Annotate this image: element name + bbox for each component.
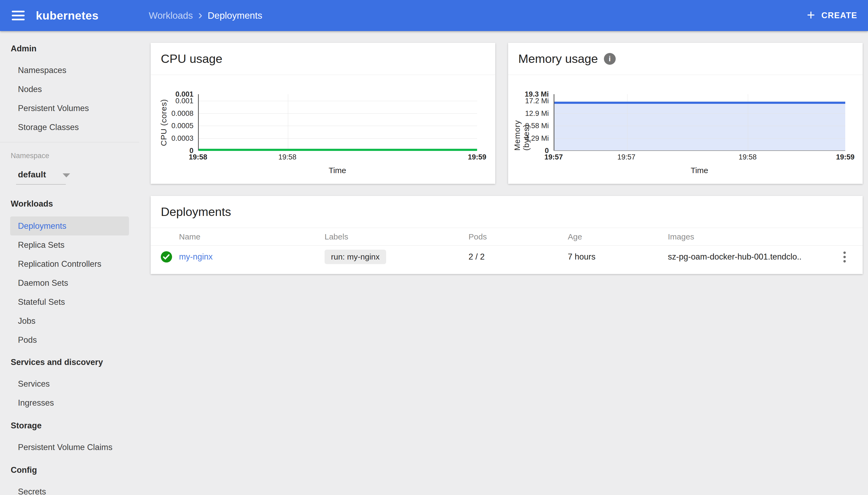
memory-x-tick: 19:59 [836,153,854,161]
caret-down-icon [63,173,70,177]
cpu-series-line [199,149,477,151]
cpu-x-axis-title: Time [328,166,346,175]
memory-usage-card: Memory usage i Memory (bytes) 19.3 Mi 17… [508,43,863,184]
sidebar-item-secrets[interactable]: Secrets [10,482,129,495]
memory-series-area [555,104,845,151]
cpu-y-tick: 0.0003 [151,134,193,142]
cpu-x-tick: 19:58 [278,153,296,161]
cpu-usage-title: CPU usage [151,43,495,75]
sidebar-item-jobs[interactable]: Jobs [10,311,129,330]
memory-y-zero-label: 0 [508,147,549,155]
memory-x-tick: 19:58 [738,153,757,161]
memory-y-tick: 17.2 Mi [508,97,549,105]
sidebar-section-config: Config [0,460,139,479]
cpu-y-zero-label: 0 [151,147,193,155]
sidebar-divider [0,142,139,142]
gridline [288,94,288,151]
breadcrumb: Workloads › Deployments [149,0,262,31]
info-icon[interactable]: i [604,53,616,65]
images-cell: sz-pg-oam-docker-hub-001.tendclo.. [668,252,836,262]
gridline [199,126,477,126]
memory-series-line [555,102,845,104]
namespace-label: Namespace [0,150,139,161]
memory-usage-title-text: Memory usage [518,52,598,66]
memory-x-tick: 19:57 [544,153,563,161]
status-cell [160,251,179,263]
sidebar-section-admin: Admin [0,39,139,58]
breadcrumb-parent[interactable]: Workloads [149,10,193,21]
age-cell: 7 hours [568,252,668,262]
sidebar-item-replication-controllers[interactable]: Replication Controllers [10,254,129,273]
cpu-y-tick: 0.0005 [151,122,193,130]
sidebar-item-stateful-sets[interactable]: Stateful Sets [10,292,129,311]
create-button[interactable]: + CREATE [807,0,857,31]
cpu-x-tick: 19:59 [468,153,486,161]
menu-button[interactable] [12,11,24,20]
memory-x-tick: 19:57 [617,153,635,161]
memory-y-tick: 8.58 Mi [508,122,549,130]
chevron-right-icon: › [198,7,202,22]
sidebar-item-daemon-sets[interactable]: Daemon Sets [10,273,129,292]
plus-icon: + [807,8,815,22]
app-header: kubernetes Workloads › Deployments + CRE… [0,0,868,31]
sidebar-item-persistent-volume-claims[interactable]: Persistent Volume Claims [10,438,129,457]
cpu-chart: CPU (cores) 0.001 0.001 0.0008 0.0005 0.… [151,75,495,184]
memory-chart: Memory (bytes) 19.3 Mi 17.2 Mi 12.9 Mi 8… [508,75,863,184]
sidebar-item-replica-sets[interactable]: Replica Sets [10,236,129,254]
pods-cell: 2 / 2 [469,252,568,262]
sidebar: Admin Namespaces Nodes Persistent Volume… [0,31,139,495]
cpu-y-tick: 0.0008 [151,109,193,118]
sidebar-item-nodes[interactable]: Nodes [10,80,129,99]
gridline [555,138,845,139]
check-circle-icon [160,251,173,263]
row-menu-button[interactable] [841,250,848,264]
cpu-y-tick: 0.001 [151,97,193,105]
name-cell: my-nginx [179,252,325,262]
namespace-value: default [18,170,46,180]
sidebar-item-ingresses[interactable]: Ingresses [10,393,129,412]
memory-y-tick: 12.9 Mi [508,109,549,118]
memory-chart-plot [554,94,845,151]
sidebar-section-services-discovery: Services and discovery [0,353,139,372]
deployments-card-title: Deployments [151,196,863,228]
sidebar-section-workloads: Workloads [0,194,139,213]
sidebar-item-services[interactable]: Services [10,374,129,393]
sidebar-section-storage: Storage [0,416,139,435]
main-content: CPU usage CPU (cores) 0.001 0.001 0.0008… [139,31,868,495]
memory-x-axis-title: Time [691,166,708,175]
deployments-card: Deployments Name Labels Pods Age Images … [151,196,863,274]
sidebar-item-storage-classes[interactable]: Storage Classes [10,118,129,137]
sidebar-item-namespaces[interactable]: Namespaces [10,61,129,80]
cpu-x-tick: 19:58 [189,153,207,161]
hamburger-icon [12,11,24,12]
gridline [555,126,845,126]
breadcrumb-current: Deployments [208,10,262,21]
sidebar-item-pods[interactable]: Pods [10,330,129,349]
label-chip: run: my-nginx [325,250,386,264]
x-axis-line [555,150,845,151]
sidebar-item-persistent-volumes[interactable]: Persistent Volumes [10,99,129,118]
namespace-underline [16,184,66,185]
labels-cell: run: my-nginx [325,250,469,264]
sidebar-item-deployments[interactable]: Deployments [10,217,129,236]
column-header-labels: Labels [325,232,469,241]
cpu-chart-plot [198,94,477,151]
column-header-name: Name [179,232,325,241]
table-row: my-nginx run: my-nginx 2 / 2 7 hours sz-… [151,245,863,268]
table-header-row: Name Labels Pods Age Images [151,228,863,245]
create-button-label: CREATE [821,11,857,20]
memory-y-tick: 4.29 Mi [508,134,549,142]
memory-usage-title: Memory usage i [508,43,863,75]
column-header-images: Images [668,232,836,241]
deployment-name-link[interactable]: my-nginx [179,252,213,261]
app-logo[interactable]: kubernetes [36,9,99,22]
cpu-usage-card: CPU usage CPU (cores) 0.001 0.001 0.0008… [151,43,495,184]
gridline [199,138,477,139]
column-header-age: Age [568,232,668,241]
kebab-icon [844,252,846,254]
namespace-select[interactable]: default [0,169,139,180]
column-header-pods: Pods [469,232,568,241]
